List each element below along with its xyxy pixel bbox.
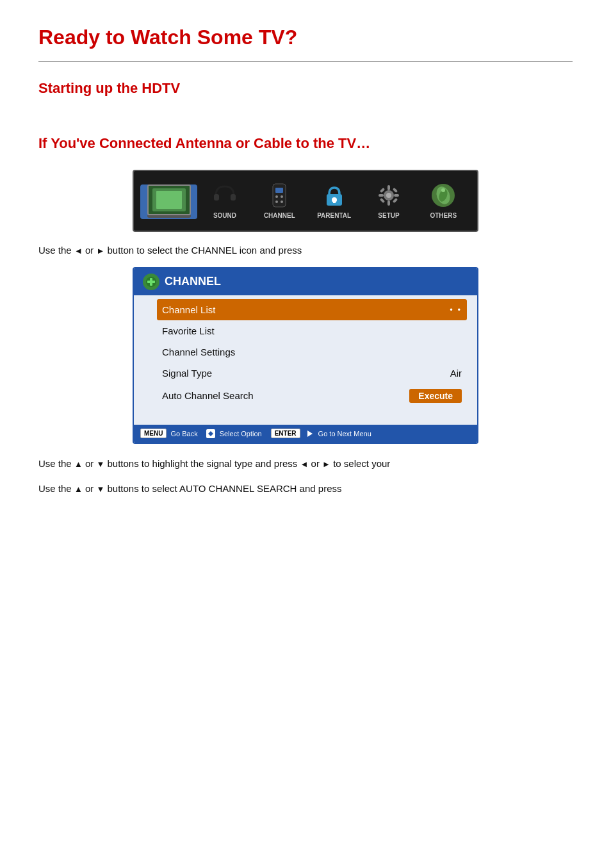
- next-menu-arrow-icon: [306, 429, 314, 438]
- instruction-line1: Use the or button to select the CHANNEL …: [38, 243, 573, 258]
- channel-popup-header: CHANNEL: [134, 268, 477, 295]
- svg-point-7: [281, 201, 283, 203]
- channel-popup-footer: MENU Go Back Select Option ENTER Go to N…: [134, 425, 477, 443]
- svg-rect-15: [379, 194, 384, 197]
- svg-rect-1: [231, 194, 236, 201]
- next-menu-text: Go to Next Menu: [318, 430, 371, 438]
- down-arrow-icon: [96, 458, 104, 469]
- svg-point-4: [275, 195, 278, 198]
- svg-rect-20: [393, 198, 398, 203]
- channel-popup: CHANNEL Channel List • • Favorite List C…: [133, 267, 478, 444]
- section-divider: [38, 61, 573, 62]
- left-arrow-icon: [74, 245, 83, 256]
- favorite-list-label: Favorite List: [162, 325, 215, 336]
- svg-rect-17: [380, 188, 385, 193]
- svg-rect-2: [273, 184, 286, 207]
- section-heading-antenna: If You've Connected Antenna or Cable to …: [38, 135, 573, 152]
- up-arrow-icon: [74, 458, 83, 469]
- svg-rect-0: [214, 194, 219, 201]
- svg-rect-16: [394, 194, 399, 197]
- channel-popup-title: CHANNEL: [165, 275, 221, 288]
- down-arrow-icon2: [96, 483, 104, 494]
- channel-menu-item-channellist[interactable]: Channel List • •: [157, 299, 467, 320]
- channel-menu-item-signaltype[interactable]: Signal Type Air: [159, 363, 464, 384]
- channel-list-label: Channel List: [162, 304, 215, 315]
- menu-footer-button[interactable]: MENU: [140, 429, 167, 438]
- svg-rect-19: [380, 198, 385, 203]
- svg-rect-14: [387, 201, 390, 206]
- signal-type-label: Signal Type: [162, 368, 212, 379]
- bottom-instruction-line1: Use the or buttons to highlight the sign…: [38, 455, 573, 472]
- svg-rect-27: [147, 281, 155, 283]
- bottom-instruction-line2: Use the or buttons to select AUTO CHANNE…: [38, 480, 573, 497]
- svg-rect-3: [275, 188, 283, 193]
- channel-settings-label: Channel Settings: [162, 347, 235, 357]
- svg-point-12: [386, 193, 391, 198]
- select-option-icon: [206, 429, 216, 439]
- channel-menu-item-autosearch[interactable]: Auto Channel Search Execute: [159, 384, 464, 408]
- tv-menu-icon-sound: SOUND: [197, 181, 252, 219]
- svg-point-24: [441, 188, 445, 192]
- execute-button[interactable]: Execute: [409, 389, 462, 403]
- signal-type-value: Air: [450, 368, 462, 379]
- svg-marker-31: [307, 430, 313, 437]
- tv-menu-icon-channel: CHANNEL: [252, 181, 307, 219]
- channel-header-icon: [143, 274, 159, 290]
- page-title: Ready to Watch Some TV?: [38, 26, 573, 49]
- tv-menu-screenshot: SOUND CHANNEL: [133, 170, 478, 232]
- right-arrow-icon: [96, 245, 104, 256]
- select-option-text: Select Option: [220, 430, 262, 438]
- channel-menu-body: Channel List • • Favorite List Channel S…: [134, 295, 477, 425]
- auto-channel-search-label: Auto Channel Search: [162, 390, 254, 401]
- tv-menu-icon-tv: [140, 184, 197, 219]
- enter-footer-button[interactable]: ENTER: [271, 429, 300, 438]
- tv-menu-icon-setup: SETUP: [361, 181, 416, 219]
- svg-rect-18: [393, 188, 398, 193]
- svg-rect-13: [387, 185, 390, 190]
- svg-point-5: [281, 195, 283, 198]
- channel-list-value: • •: [450, 305, 462, 315]
- svg-point-6: [275, 201, 278, 203]
- up-arrow-icon2: [74, 483, 83, 494]
- channel-menu-item-favoritelist[interactable]: Favorite List: [159, 320, 464, 341]
- right-arrow-icon2: [322, 458, 330, 469]
- tv-menu-icon-others: OTHERS: [416, 181, 471, 219]
- section-heading-starting-up: Starting up the HDTV: [38, 80, 573, 97]
- svg-rect-10: [333, 200, 336, 203]
- tv-menu-icon-parental: PARENTAL: [307, 181, 361, 219]
- channel-menu-item-channelsettings[interactable]: Channel Settings: [159, 341, 464, 363]
- go-back-text: Go Back: [170, 430, 197, 438]
- left-arrow-icon2: [300, 458, 309, 469]
